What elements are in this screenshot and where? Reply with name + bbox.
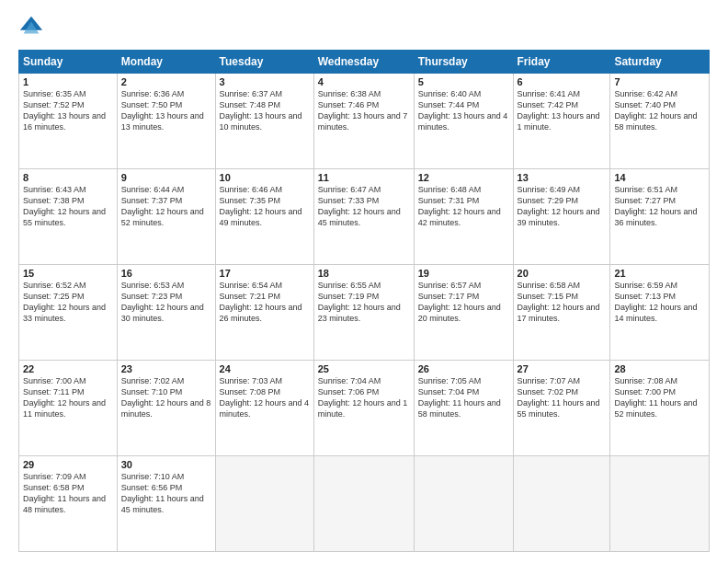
day-detail: Sunrise: 6:35 AMSunset: 7:52 PMDaylight:… (23, 89, 106, 132)
day-number: 15 (23, 268, 113, 279)
calendar-cell: 12Sunrise: 6:48 AMSunset: 7:31 PMDayligh… (414, 169, 513, 265)
day-number: 13 (518, 172, 607, 183)
calendar-cell: 17Sunrise: 6:54 AMSunset: 7:21 PMDayligh… (215, 265, 313, 361)
day-detail: Sunrise: 6:38 AMSunset: 7:46 PMDaylight:… (318, 89, 408, 132)
day-number: 20 (518, 268, 607, 279)
day-number: 28 (614, 363, 705, 374)
day-detail: Sunrise: 7:00 AMSunset: 7:11 PMDaylight:… (23, 376, 106, 419)
day-number: 5 (418, 76, 509, 87)
logo-icon (18, 15, 44, 40)
calendar-cell: 6Sunrise: 6:41 AMSunset: 7:42 PMDaylight… (513, 74, 610, 169)
logo (18, 15, 48, 40)
calendar-cell: 3Sunrise: 6:37 AMSunset: 7:48 PMDaylight… (215, 74, 313, 169)
weekday-header-row: SundayMondayTuesdayWednesdayThursdayFrid… (19, 51, 710, 74)
day-number: 26 (418, 363, 509, 374)
calendar-week-1: 1Sunrise: 6:35 AMSunset: 7:52 PMDaylight… (19, 74, 710, 169)
day-detail: Sunrise: 7:10 AMSunset: 6:56 PMDaylight:… (121, 472, 204, 514)
day-number: 11 (318, 172, 410, 183)
calendar-cell: 18Sunrise: 6:55 AMSunset: 7:19 PMDayligh… (313, 265, 414, 361)
day-number: 19 (418, 268, 509, 279)
weekday-header-sunday: Sunday (19, 51, 118, 74)
weekday-header-tuesday: Tuesday (215, 51, 313, 74)
calendar-cell (513, 456, 610, 552)
day-number: 22 (23, 363, 113, 374)
calendar-cell: 8Sunrise: 6:43 AMSunset: 7:38 PMDaylight… (19, 169, 118, 265)
calendar-cell (215, 456, 313, 552)
day-number: 2 (121, 76, 211, 87)
weekday-header-monday: Monday (117, 51, 215, 74)
weekday-header-friday: Friday (513, 51, 610, 74)
calendar-cell: 16Sunrise: 6:53 AMSunset: 7:23 PMDayligh… (117, 265, 215, 361)
weekday-header-wednesday: Wednesday (313, 51, 414, 74)
calendar-cell: 25Sunrise: 7:04 AMSunset: 7:06 PMDayligh… (313, 361, 414, 456)
calendar-cell: 5Sunrise: 6:40 AMSunset: 7:44 PMDaylight… (414, 74, 513, 169)
day-detail: Sunrise: 6:37 AMSunset: 7:48 PMDaylight:… (220, 89, 302, 132)
day-number: 3 (220, 76, 310, 87)
page: SundayMondayTuesdayWednesdayThursdayFrid… (0, 0, 728, 563)
day-detail: Sunrise: 6:46 AMSunset: 7:35 PMDaylight:… (220, 185, 302, 227)
calendar-week-4: 22Sunrise: 7:00 AMSunset: 7:11 PMDayligh… (19, 361, 710, 456)
day-detail: Sunrise: 6:47 AMSunset: 7:33 PMDaylight:… (318, 185, 401, 227)
calendar-week-3: 15Sunrise: 6:52 AMSunset: 7:25 PMDayligh… (19, 265, 710, 361)
calendar-cell: 22Sunrise: 7:00 AMSunset: 7:11 PMDayligh… (19, 361, 118, 456)
day-detail: Sunrise: 6:41 AMSunset: 7:42 PMDaylight:… (518, 89, 600, 132)
day-number: 17 (220, 268, 310, 279)
day-number: 14 (614, 172, 705, 183)
day-detail: Sunrise: 6:57 AMSunset: 7:17 PMDaylight:… (418, 281, 501, 323)
day-number: 9 (121, 172, 211, 183)
weekday-header-thursday: Thursday (414, 51, 513, 74)
weekday-header-saturday: Saturday (610, 51, 710, 74)
calendar-cell: 30Sunrise: 7:10 AMSunset: 6:56 PMDayligh… (117, 456, 215, 552)
day-number: 4 (318, 76, 410, 87)
day-detail: Sunrise: 7:03 AMSunset: 7:08 PMDaylight:… (220, 376, 310, 419)
calendar-cell: 26Sunrise: 7:05 AMSunset: 7:04 PMDayligh… (414, 361, 513, 456)
day-detail: Sunrise: 7:04 AMSunset: 7:06 PMDaylight:… (318, 376, 408, 419)
calendar-cell: 4Sunrise: 6:38 AMSunset: 7:46 PMDaylight… (313, 74, 414, 169)
calendar-table: SundayMondayTuesdayWednesdayThursdayFrid… (18, 50, 710, 552)
day-number: 29 (23, 459, 113, 470)
calendar-cell: 29Sunrise: 7:09 AMSunset: 6:58 PMDayligh… (19, 456, 118, 552)
day-detail: Sunrise: 6:43 AMSunset: 7:38 PMDaylight:… (23, 185, 106, 227)
day-number: 27 (518, 363, 607, 374)
calendar-cell: 27Sunrise: 7:07 AMSunset: 7:02 PMDayligh… (513, 361, 610, 456)
calendar-cell: 10Sunrise: 6:46 AMSunset: 7:35 PMDayligh… (215, 169, 313, 265)
calendar-cell: 7Sunrise: 6:42 AMSunset: 7:40 PMDaylight… (610, 74, 710, 169)
day-detail: Sunrise: 6:44 AMSunset: 7:37 PMDaylight:… (121, 185, 204, 227)
day-detail: Sunrise: 6:59 AMSunset: 7:13 PMDaylight:… (614, 281, 697, 323)
calendar-cell: 23Sunrise: 7:02 AMSunset: 7:10 PMDayligh… (117, 361, 215, 456)
calendar-cell (313, 456, 414, 552)
calendar-week-5: 29Sunrise: 7:09 AMSunset: 6:58 PMDayligh… (19, 456, 710, 552)
calendar-cell: 1Sunrise: 6:35 AMSunset: 7:52 PMDaylight… (19, 74, 118, 169)
day-detail: Sunrise: 7:08 AMSunset: 7:00 PMDaylight:… (614, 376, 697, 419)
calendar-cell: 19Sunrise: 6:57 AMSunset: 7:17 PMDayligh… (414, 265, 513, 361)
calendar-week-2: 8Sunrise: 6:43 AMSunset: 7:38 PMDaylight… (19, 169, 710, 265)
day-detail: Sunrise: 6:48 AMSunset: 7:31 PMDaylight:… (418, 185, 501, 227)
calendar-cell: 15Sunrise: 6:52 AMSunset: 7:25 PMDayligh… (19, 265, 118, 361)
calendar-cell (414, 456, 513, 552)
calendar-cell: 11Sunrise: 6:47 AMSunset: 7:33 PMDayligh… (313, 169, 414, 265)
day-number: 7 (614, 76, 705, 87)
day-number: 6 (518, 76, 607, 87)
day-number: 16 (121, 268, 211, 279)
day-detail: Sunrise: 6:42 AMSunset: 7:40 PMDaylight:… (614, 89, 697, 132)
day-detail: Sunrise: 7:09 AMSunset: 6:58 PMDaylight:… (23, 472, 106, 514)
day-number: 24 (220, 363, 310, 374)
header (18, 15, 710, 40)
day-detail: Sunrise: 6:54 AMSunset: 7:21 PMDaylight:… (220, 281, 302, 323)
day-number: 23 (121, 363, 211, 374)
day-detail: Sunrise: 7:05 AMSunset: 7:04 PMDaylight:… (418, 376, 501, 419)
day-number: 30 (121, 459, 211, 470)
calendar-cell: 20Sunrise: 6:58 AMSunset: 7:15 PMDayligh… (513, 265, 610, 361)
day-detail: Sunrise: 7:02 AMSunset: 7:10 PMDaylight:… (121, 376, 211, 419)
day-detail: Sunrise: 6:55 AMSunset: 7:19 PMDaylight:… (318, 281, 401, 323)
day-detail: Sunrise: 6:51 AMSunset: 7:27 PMDaylight:… (614, 185, 697, 227)
day-number: 1 (23, 76, 113, 87)
calendar-cell: 9Sunrise: 6:44 AMSunset: 7:37 PMDaylight… (117, 169, 215, 265)
calendar-cell: 21Sunrise: 6:59 AMSunset: 7:13 PMDayligh… (610, 265, 710, 361)
day-detail: Sunrise: 6:49 AMSunset: 7:29 PMDaylight:… (518, 185, 600, 227)
day-detail: Sunrise: 6:58 AMSunset: 7:15 PMDaylight:… (518, 281, 600, 323)
day-number: 18 (318, 268, 410, 279)
day-number: 10 (220, 172, 310, 183)
day-detail: Sunrise: 6:36 AMSunset: 7:50 PMDaylight:… (121, 89, 204, 132)
calendar-cell: 28Sunrise: 7:08 AMSunset: 7:00 PMDayligh… (610, 361, 710, 456)
